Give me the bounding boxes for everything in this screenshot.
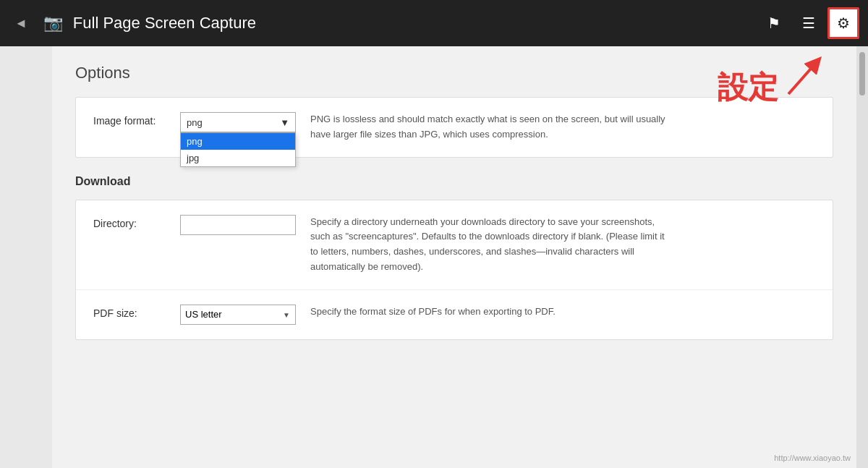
page-body: Options Image format: png ▼ png jpg bbox=[52, 46, 856, 468]
image-format-section: Image format: png ▼ png jpg PNG is lossl… bbox=[75, 97, 833, 158]
back-button[interactable]: ◄ bbox=[9, 13, 33, 34]
format-dropdown: png jpg bbox=[180, 132, 296, 167]
scrollbar-thumb[interactable] bbox=[859, 52, 865, 95]
watermark: http://www.xiaoyao.tw bbox=[774, 454, 851, 462]
pdf-size-select[interactable]: US letter A4 A3 bbox=[180, 305, 296, 325]
directory-input[interactable] bbox=[180, 215, 296, 235]
annotation-arrow bbox=[781, 54, 825, 98]
svg-line-1 bbox=[788, 63, 816, 94]
app-title: Full Page Screen Capture bbox=[73, 14, 256, 33]
toolbar: ◄ 📷 Full Page Screen Capture ⚑ ☰ ⚙ 設定 bbox=[0, 0, 868, 46]
format-option-jpg[interactable]: jpg bbox=[181, 150, 295, 166]
directory-label: Directory: bbox=[93, 215, 180, 229]
format-option-png[interactable]: png bbox=[181, 133, 295, 150]
pdf-size-description: Specify the format size of PDFs for when… bbox=[310, 305, 556, 320]
format-select-arrow: ▼ bbox=[280, 117, 289, 128]
pdf-size-row: PDF size: US letter A4 A3 ▼ Specify the … bbox=[76, 290, 833, 339]
pdf-select-wrapper: US letter A4 A3 ▼ bbox=[180, 305, 296, 325]
image-format-row: Image format: png ▼ png jpg PNG is lossl… bbox=[76, 98, 833, 157]
image-format-label: Image format: bbox=[93, 112, 180, 127]
annotation-overlay: 設定 bbox=[718, 54, 825, 103]
toolbar-left: ◄ 📷 Full Page Screen Capture bbox=[9, 13, 758, 34]
camera-icon: 📷 bbox=[43, 14, 63, 33]
download-section-card: Directory: Specify a directory underneat… bbox=[75, 200, 833, 340]
settings-button[interactable]: ⚙ bbox=[827, 7, 859, 39]
menu-button[interactable]: ☰ bbox=[793, 7, 825, 39]
annotation-text: 設定 bbox=[718, 70, 778, 104]
format-select-button[interactable]: png ▼ bbox=[180, 112, 296, 132]
toolbar-right: ⚑ ☰ ⚙ bbox=[758, 7, 859, 39]
pdf-size-control: US letter A4 A3 ▼ bbox=[180, 305, 296, 325]
main-content: Options Image format: png ▼ png jpg bbox=[0, 46, 868, 468]
image-format-control: png ▼ png jpg bbox=[180, 112, 296, 132]
directory-description: Specify a directory underneath your down… bbox=[310, 215, 672, 275]
left-sidebar bbox=[0, 46, 52, 468]
format-select-wrapper[interactable]: png ▼ png jpg bbox=[180, 112, 296, 132]
download-heading: Download bbox=[75, 175, 833, 188]
format-selected-value: png bbox=[187, 117, 203, 128]
flag-button[interactable]: ⚑ bbox=[758, 7, 790, 39]
image-format-description: PNG is lossless and should match exactly… bbox=[310, 112, 672, 142]
pdf-size-label: PDF size: bbox=[93, 305, 180, 319]
right-sidebar bbox=[856, 46, 868, 468]
directory-row: Directory: Specify a directory underneat… bbox=[76, 200, 833, 290]
directory-control bbox=[180, 215, 296, 235]
